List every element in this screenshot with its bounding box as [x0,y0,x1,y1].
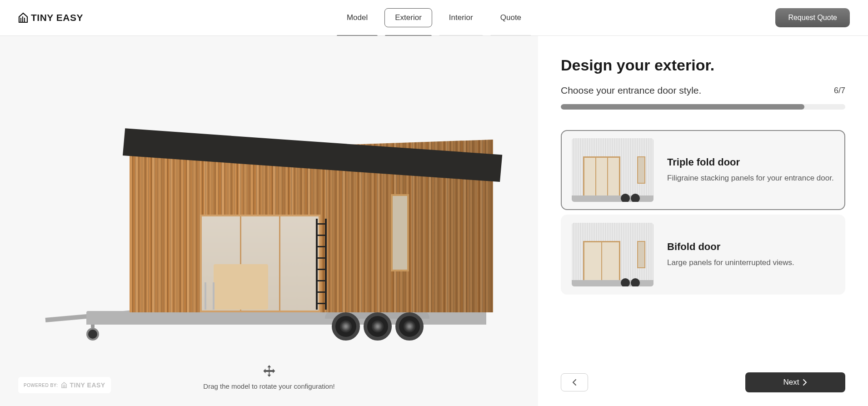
chevron-right-icon [803,379,807,386]
config-panel: Design your exterior. Choose your entran… [538,36,868,406]
house-icon [18,12,28,23]
panel-title: Design your exterior. [561,56,845,74]
step-counter: 6/7 [834,86,845,95]
tab-quote[interactable]: Quote [490,8,532,27]
next-button[interactable]: Next [745,372,845,392]
chevron-left-icon [572,379,577,386]
option-description: Filigraine stacking panels for your entr… [667,173,834,184]
door-options: Triple fold door Filigraine stacking pan… [561,130,845,295]
house-model[interactable] [36,104,518,341]
option-title: Triple fold door [667,156,834,168]
house-icon [61,382,67,388]
nav-tabs: Model Exterior Interior Quote [336,8,532,27]
header: TINY EASY Model Exterior Interior Quote … [0,0,868,36]
panel-subheader: Choose your entrance door style. 6/7 [561,85,845,96]
brand-logo[interactable]: TINY EASY [18,12,83,23]
option-title: Bifold door [667,241,794,253]
progress-fill [561,104,804,110]
option-description: Large panels for uninterrupted views. [667,257,794,268]
option-triple-fold-door[interactable]: Triple fold door Filigraine stacking pan… [561,130,845,210]
panel-footer: Next [561,359,845,392]
tab-model[interactable]: Model [336,8,378,27]
viewer-hint: Drag the model to rotate your configurat… [203,364,334,390]
tab-exterior[interactable]: Exterior [384,8,432,27]
panel-subtitle: Choose your entrance door style. [561,85,701,96]
option-thumbnail [572,138,653,202]
progress-bar [561,104,845,110]
back-button[interactable] [561,373,588,391]
powered-by-badge[interactable]: POWERED BY: TINY EASY [18,377,111,393]
option-thumbnail [572,223,653,286]
tab-interior[interactable]: Interior [439,8,484,27]
viewer-3d[interactable]: Drag the model to rotate your configurat… [0,36,538,406]
brand-text: TINY EASY [31,12,83,23]
option-bifold-door[interactable]: Bifold door Large panels for uninterrupt… [561,215,845,295]
main: Drag the model to rotate your configurat… [0,36,868,406]
move-icon [262,364,276,378]
request-quote-button[interactable]: Request Quote [775,8,850,27]
